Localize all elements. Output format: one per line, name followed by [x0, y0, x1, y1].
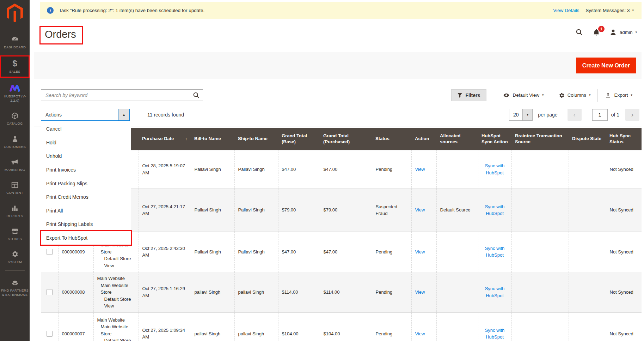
current-page-input[interactable] — [592, 109, 608, 121]
create-new-order-button[interactable]: Create New Order — [576, 58, 636, 73]
grand-total-purchased: $79.00 — [320, 189, 372, 232]
sidebar-item-label: SYSTEM — [8, 260, 22, 264]
actions-select-label: Actions — [45, 112, 62, 118]
total-pages-label: of 1 — [611, 112, 619, 118]
sidebar-item-sales[interactable]: $ SALES — [0, 55, 30, 77]
previous-page-button[interactable]: ‹ — [568, 109, 582, 121]
columns-control[interactable]: Columns ▾ — [551, 92, 598, 98]
col-hubspot-sync-action-header[interactable]: HubSpot Sync Action — [478, 128, 511, 150]
row-checkbox[interactable] — [47, 331, 53, 337]
row-checkbox[interactable] — [47, 289, 53, 295]
per-page-value: 20 — [509, 109, 522, 120]
menu-item-print-all[interactable]: Print All — [41, 204, 131, 218]
sidebar-item-catalog[interactable]: CATALOG — [0, 109, 30, 128]
sync-with-hubspot-link[interactable]: Sync with HubSpot — [485, 163, 505, 175]
view-order-link[interactable]: View — [415, 207, 425, 213]
col-action-header[interactable]: Action — [411, 128, 436, 150]
per-page-caret-button[interactable]: ▾ — [522, 109, 532, 120]
system-messages-toggle[interactable]: System Messages: 3 ▾ — [585, 8, 634, 13]
sidebar-item-label: FIND PARTNERS & EXTENSIONS — [1, 288, 29, 297]
export-label: Export — [614, 92, 628, 98]
menu-item-cancel[interactable]: Cancel — [41, 122, 131, 136]
menu-item-unhold[interactable]: Unhold — [41, 149, 131, 163]
sidebar-item-reports[interactable]: REPORTS — [0, 201, 30, 221]
search-input[interactable] — [41, 90, 203, 101]
col-ship-to-header[interactable]: Ship-to Name — [234, 128, 278, 150]
per-page-select[interactable]: 20 ▾ — [509, 109, 533, 121]
col-grand-total-base-header[interactable]: Grand Total (Base) — [278, 128, 320, 150]
view-order-link[interactable]: View — [415, 331, 425, 336]
chevron-down-icon: ▾ — [527, 113, 529, 116]
table-row: Oct 27, 2025 4:21:17 AM Pallavi Singh Pa… — [41, 189, 642, 232]
order-status: Pending — [372, 150, 411, 189]
ship-to-name: Pallavi Singh — [234, 232, 278, 272]
reports-barchart-icon — [11, 204, 19, 212]
sidebar-item-find-partners[interactable]: FIND PARTNERS & EXTENSIONS — [0, 276, 30, 300]
order-id: 000000008 — [58, 272, 93, 313]
col-allocated-sources-header[interactable]: Allocated sources — [436, 128, 478, 150]
notifications-button[interactable]: 1 — [593, 29, 600, 36]
filters-button[interactable]: Filters — [451, 89, 486, 101]
search-submit-button[interactable] — [192, 91, 200, 101]
col-braintree-source-header[interactable]: Braintree Transaction Source — [511, 128, 569, 150]
menu-item-print-shipping-labels[interactable]: Print Shipping Labels — [41, 217, 131, 231]
order-status: Pending — [372, 312, 411, 341]
sidebar-item-marketing[interactable]: MARKETING — [0, 155, 30, 175]
view-switcher[interactable]: Default View ▾ — [496, 92, 551, 98]
view-details-link[interactable]: View Details — [553, 8, 579, 13]
sidebar-item-dashboard[interactable]: DASHBOARD — [0, 32, 30, 52]
sidebar-item-customers[interactable]: CUSTOMERS — [0, 132, 30, 152]
actions-select[interactable]: Actions ▲ — [41, 109, 130, 121]
actions-select-caret-button[interactable]: ▲ — [118, 109, 129, 120]
menu-item-print-invoices[interactable]: Print Invoices — [41, 163, 131, 177]
table-header-row: Purchase Date ↑ Bill-to Name Ship-to Nam… — [41, 128, 642, 150]
view-order-link[interactable]: View — [415, 167, 425, 172]
sidebar-item-stores[interactable]: STORES — [0, 224, 30, 244]
hubspot-extension-icon — [9, 84, 20, 92]
purchase-date: Oct 27, 2025 1:16:29 AM — [139, 272, 191, 313]
col-grand-total-purchased-header[interactable]: Grand Total (Purchased) — [320, 128, 372, 150]
allocated-sources — [436, 272, 478, 313]
sync-with-hubspot-link[interactable]: Sync with HubSpot — [485, 246, 505, 258]
hub-sync-status: Not Synced — [606, 312, 642, 341]
chevron-down-icon: ▾ — [632, 9, 634, 12]
hub-sync-status: Not Synced — [606, 189, 642, 232]
filters-label: Filters — [466, 92, 480, 98]
magento-logo[interactable] — [0, 0, 30, 27]
sidebar-item-system[interactable]: SYSTEM — [0, 247, 30, 267]
menu-item-print-packing-slips[interactable]: Print Packing Slips — [41, 177, 131, 190]
system-messages-label: System Messages: 3 — [585, 8, 630, 13]
sidebar-item-content[interactable]: CONTENT — [0, 178, 30, 198]
hub-sync-status: Not Synced — [606, 150, 642, 189]
export-control[interactable]: Export ▾ — [598, 92, 639, 98]
menu-item-print-credit-memos[interactable]: Print Credit Memos — [41, 190, 131, 204]
menu-item-hold[interactable]: Hold — [41, 136, 131, 150]
global-search-button[interactable] — [575, 28, 583, 36]
grand-total-purchased: $47.00 — [320, 232, 372, 272]
chevron-up-icon: ▲ — [122, 113, 125, 116]
purchase-date: Oct 27, 2025 4:21:17 AM — [139, 189, 191, 232]
row-checkbox[interactable] — [47, 249, 53, 255]
view-order-link[interactable]: View — [415, 289, 425, 295]
sync-with-hubspot-link[interactable]: Sync with HubSpot — [485, 286, 505, 298]
braintree-transaction-source — [511, 232, 569, 272]
next-page-button[interactable]: › — [625, 109, 639, 121]
sync-with-hubspot-link[interactable]: Sync with HubSpot — [485, 328, 505, 340]
admin-account-menu[interactable]: admin ▾ — [609, 29, 637, 36]
admin-header-icons: 1 admin ▾ — [575, 28, 637, 36]
grand-total-base: $47.00 — [278, 232, 320, 272]
col-status-header[interactable]: Status — [372, 128, 411, 150]
purchase-point: Main Website Main Website Store Default … — [93, 312, 139, 341]
col-hub-sync-status-header[interactable]: Hub Sync Status — [606, 128, 642, 150]
sync-with-hubspot-link[interactable]: Sync with HubSpot — [485, 204, 505, 216]
sidebar-item-label: STORES — [8, 237, 22, 241]
chevron-down-icon: ▾ — [589, 94, 591, 97]
sales-dollar-icon: $ — [12, 59, 17, 68]
col-dispute-state-header[interactable]: Dispute State — [569, 128, 606, 150]
sidebar-item-label: MARKETING — [5, 168, 25, 172]
col-purchase-date-header[interactable]: Purchase Date ↑ — [139, 128, 191, 150]
col-bill-to-header[interactable]: Bill-to Name — [191, 128, 234, 150]
sidebar-item-hubspot[interactable]: HUBSPOT (V-2.2.0) — [0, 81, 30, 106]
view-order-link[interactable]: View — [415, 249, 425, 255]
menu-item-export-to-hubspot[interactable]: Export To HubSpot — [41, 231, 131, 245]
